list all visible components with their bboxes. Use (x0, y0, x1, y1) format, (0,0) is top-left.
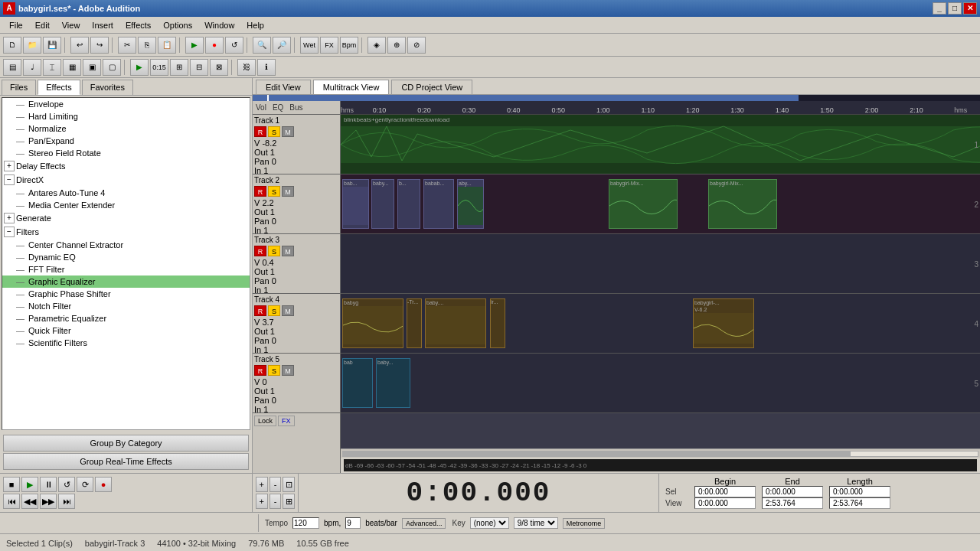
tree-item-generate[interactable]: + Generate (2, 211, 250, 225)
track-2-clip-babygirl-1[interactable]: babygirl-Mix... (609, 179, 678, 229)
track-2-clip-babygirl-2[interactable]: babygirl-Mix... (708, 179, 777, 229)
time-sig-select[interactable]: 9/8 time (514, 517, 558, 529)
track-1-lane[interactable]: blinkbeats+gentlyractionitfreedownload (341, 115, 980, 174)
track-2-record[interactable]: R (254, 186, 266, 197)
tb2-misc[interactable]: ⊠ (210, 59, 228, 76)
tree-item-filters[interactable]: − Filters (2, 225, 250, 239)
timeline-ruler[interactable]: hms 0:10 0:20 0:30 0:40 0:50 1:00 1:10 1… (341, 101, 980, 115)
tab-multitrack-view[interactable]: Multitrack View (313, 80, 390, 94)
tb2-time[interactable]: 0:15 (150, 59, 168, 76)
tree-item-quick-filter[interactable]: — Quick Filter (2, 324, 250, 337)
zoom-in-button[interactable]: + (256, 477, 268, 492)
tree-item-hard-limiting[interactable]: — Hard Limiting (2, 110, 250, 122)
track-2-clip-4[interactable]: babab... (423, 179, 454, 229)
zoom-fit-button[interactable]: ⊡ (283, 477, 295, 492)
tab-cd-project-view[interactable]: CD Project View (391, 80, 472, 94)
tab-files[interactable]: Files (2, 80, 36, 95)
group-by-category-button[interactable]: Group By Category (3, 435, 249, 452)
menu-view[interactable]: View (56, 19, 87, 31)
view-length-input[interactable] (829, 497, 890, 509)
tree-item-graphic-phase-shifter[interactable]: — Graphic Phase Shifter (2, 288, 250, 300)
sel-end-input[interactable] (762, 486, 823, 497)
pause-button[interactable]: ⏸ (40, 477, 57, 492)
tb-open[interactable]: 📁 (23, 37, 41, 54)
track-4-clip-2[interactable]: -Tr... (407, 298, 422, 348)
tb2-play[interactable]: ▶ (130, 59, 149, 76)
track-4-mute[interactable]: M (282, 305, 294, 316)
track-1-solo[interactable]: S (268, 126, 280, 137)
group-real-time-button[interactable]: Group Real-Time Effects (3, 453, 249, 470)
track-1-record[interactable]: R (254, 126, 266, 137)
menu-options[interactable]: Options (157, 19, 198, 31)
tree-item-pan-expand[interactable]: — Pan/Expand (2, 135, 250, 147)
expander-generate[interactable]: + (4, 213, 15, 223)
track-1-mute[interactable]: M (282, 126, 294, 137)
bus-label[interactable]: Bus (289, 103, 302, 112)
track-4-clip-1[interactable]: babyg (342, 298, 403, 348)
tb2-info[interactable]: ℹ (257, 59, 276, 76)
key-select[interactable]: (none) (470, 517, 509, 529)
eq-label[interactable]: EQ (273, 103, 283, 112)
tb2-1[interactable]: ▤ (3, 59, 21, 76)
tempo-input[interactable] (292, 517, 319, 529)
menu-effects[interactable]: Effects (119, 19, 157, 31)
tb-fx[interactable]: FX (320, 37, 338, 54)
tb-record[interactable]: ● (205, 37, 224, 54)
track-5-solo[interactable]: S (268, 365, 280, 376)
goto-end-button[interactable]: ⏭ (58, 494, 75, 509)
close-button[interactable]: ✕ (963, 2, 977, 15)
timeline-scrollbar[interactable] (341, 448, 980, 458)
tb-cut[interactable]: ✂ (118, 37, 136, 54)
expander-directx[interactable]: − (4, 174, 15, 185)
zoom-out2-button[interactable]: - (270, 494, 282, 509)
tb-save[interactable]: 💾 (43, 37, 61, 54)
tb-copy[interactable]: ⎘ (138, 37, 156, 54)
sel-begin-input[interactable] (694, 486, 756, 497)
tab-edit-view[interactable]: Edit View (256, 80, 311, 94)
maximize-button[interactable]: □ (948, 2, 962, 15)
tb-undo[interactable]: ↩ (70, 37, 89, 54)
tb-wet[interactable]: Wet (300, 37, 318, 54)
tree-item-parametric-eq[interactable]: — Parametric Equalizer (2, 312, 250, 324)
metronome-button[interactable]: Metronome (563, 518, 606, 529)
track-4-record[interactable]: R (254, 305, 266, 316)
track-4-clip-4[interactable]: ir... (490, 298, 505, 348)
view-begin-input[interactable] (694, 497, 756, 509)
beats-input[interactable] (345, 517, 361, 529)
track-5-lane[interactable]: bab baby... 5 (341, 354, 980, 413)
tree-item-center-channel[interactable]: — Center Channel Extractor (2, 239, 250, 251)
track-4-clip-babygirl[interactable]: babygirl-... V-6.2 (693, 298, 754, 348)
tb2-snap[interactable]: ⊟ (190, 59, 208, 76)
track-5-lock[interactable]: Lock (254, 416, 276, 426)
tb2-2[interactable]: ♩ (23, 59, 41, 76)
tb-zoom-out[interactable]: 🔎 (273, 37, 291, 54)
tb2-5[interactable]: ▣ (83, 59, 101, 76)
track-5-clip-2[interactable]: baby... (376, 358, 410, 408)
track-4-lane[interactable]: babyg -Tr... baby.... (341, 294, 980, 354)
track-5-clip-1[interactable]: bab (342, 358, 373, 408)
track-4-clip-3[interactable]: baby.... (425, 298, 486, 348)
prev-button[interactable]: ◀◀ (21, 494, 38, 509)
menu-edit[interactable]: Edit (29, 19, 56, 31)
goto-start-button[interactable]: ⏮ (3, 494, 20, 509)
loop2-button[interactable]: ⟳ (77, 477, 93, 492)
track-2-clip-5[interactable]: aby... (457, 179, 484, 229)
next-button[interactable]: ▶▶ (40, 494, 57, 509)
tree-item-dynamic-eq[interactable]: — Dynamic EQ (2, 251, 250, 263)
tb-redo[interactable]: ↪ (90, 37, 109, 54)
menu-insert[interactable]: Insert (86, 19, 119, 31)
progress-bar[interactable] (253, 95, 980, 101)
tb2-3[interactable]: ⌶ (43, 59, 61, 76)
zoom-fit2-button[interactable]: ⊞ (283, 494, 295, 509)
track-3-mute[interactable]: M (282, 246, 294, 256)
tb-zoom-in[interactable]: 🔍 (253, 37, 271, 54)
tb-misc3[interactable]: ⊘ (407, 37, 426, 54)
tree-item-graphic-eq[interactable]: — Graphic Equalizer (2, 276, 250, 288)
tree-item-normalize[interactable]: — Normalize (2, 122, 250, 135)
tree-item-notch-filter[interactable]: — Notch Filter (2, 300, 250, 312)
tb-misc2[interactable]: ⊕ (387, 37, 406, 54)
zoom-in2-button[interactable]: + (256, 494, 268, 509)
tree-item-antares[interactable]: — Antares Auto-Tune 4 (2, 187, 250, 199)
tb2-link[interactable]: ⛓ (237, 59, 256, 76)
tab-favorites[interactable]: Favorites (82, 80, 133, 95)
